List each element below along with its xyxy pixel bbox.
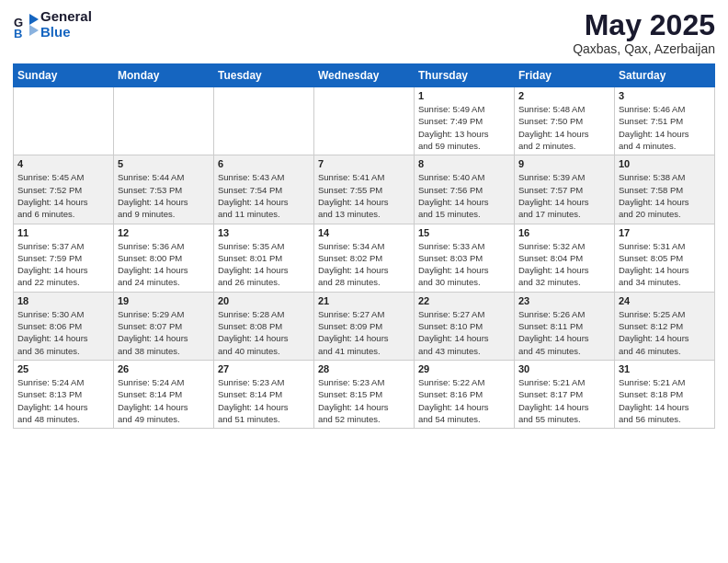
day-number: 21: [318, 295, 410, 306]
day-number: 18: [17, 295, 109, 306]
weekday-header: Wednesday: [314, 64, 415, 87]
day-info: Sunrise: 5:26 AMSunset: 8:11 PMDaylight:…: [518, 308, 610, 357]
calendar: SundayMondayTuesdayWednesdayThursdayFrid…: [13, 63, 715, 429]
day-info: Sunrise: 5:46 AMSunset: 7:51 PMDaylight:…: [619, 103, 711, 152]
day-info: Sunrise: 5:32 AMSunset: 8:04 PMDaylight:…: [518, 240, 610, 289]
day-info: Sunrise: 5:21 AMSunset: 8:18 PMDaylight:…: [619, 376, 711, 425]
day-info: Sunrise: 5:49 AMSunset: 7:49 PMDaylight:…: [418, 103, 510, 152]
day-number: 4: [17, 158, 109, 169]
calendar-cell: 6Sunrise: 5:43 AMSunset: 7:54 PMDaylight…: [214, 155, 314, 224]
weekday-header: Sunday: [14, 64, 114, 87]
weekday-header: Saturday: [615, 64, 715, 87]
calendar-cell: 1Sunrise: 5:49 AMSunset: 7:49 PMDaylight…: [415, 87, 515, 155]
calendar-cell: 2Sunrise: 5:48 AMSunset: 7:50 PMDaylight…: [515, 87, 615, 155]
day-info: Sunrise: 5:31 AMSunset: 8:05 PMDaylight:…: [619, 240, 711, 289]
calendar-cell: 26Sunrise: 5:24 AMSunset: 8:14 PMDayligh…: [114, 360, 214, 428]
calendar-cell: 16Sunrise: 5:32 AMSunset: 8:04 PMDayligh…: [515, 224, 615, 292]
day-number: 15: [418, 227, 510, 238]
calendar-cell: 3Sunrise: 5:46 AMSunset: 7:51 PMDaylight…: [615, 87, 715, 155]
calendar-cell: 22Sunrise: 5:27 AMSunset: 8:10 PMDayligh…: [415, 292, 515, 360]
day-info: Sunrise: 5:40 AMSunset: 7:56 PMDaylight:…: [418, 171, 510, 220]
day-info: Sunrise: 5:23 AMSunset: 8:14 PMDaylight:…: [218, 376, 310, 425]
day-number: 30: [518, 363, 610, 374]
day-number: 6: [218, 158, 310, 169]
day-number: 5: [118, 158, 210, 169]
title-block: May 2025 Qaxbas, Qax, Azerbaijan: [573, 9, 715, 56]
day-number: 25: [17, 363, 109, 374]
calendar-body: 1Sunrise: 5:49 AMSunset: 7:49 PMDaylight…: [14, 87, 715, 429]
calendar-cell: 12Sunrise: 5:36 AMSunset: 8:00 PMDayligh…: [114, 224, 214, 292]
day-info: Sunrise: 5:28 AMSunset: 8:08 PMDaylight:…: [218, 308, 310, 357]
svg-text:B: B: [14, 27, 22, 38]
logo: G B General Blue: [13, 9, 92, 40]
calendar-cell: 21Sunrise: 5:27 AMSunset: 8:09 PMDayligh…: [314, 292, 415, 360]
day-info: Sunrise: 5:25 AMSunset: 8:12 PMDaylight:…: [619, 308, 711, 357]
calendar-header-row: SundayMondayTuesdayWednesdayThursdayFrid…: [14, 64, 715, 87]
day-number: 1: [418, 90, 510, 101]
calendar-cell: 20Sunrise: 5:28 AMSunset: 8:08 PMDayligh…: [214, 292, 314, 360]
day-info: Sunrise: 5:33 AMSunset: 8:03 PMDaylight:…: [418, 240, 510, 289]
day-number: 22: [418, 295, 510, 306]
calendar-cell: [14, 87, 114, 155]
calendar-cell: 24Sunrise: 5:25 AMSunset: 8:12 PMDayligh…: [615, 292, 715, 360]
day-number: 16: [518, 227, 610, 238]
day-number: 7: [318, 158, 410, 169]
calendar-cell: 9Sunrise: 5:39 AMSunset: 7:57 PMDaylight…: [515, 155, 615, 224]
calendar-cell: 17Sunrise: 5:31 AMSunset: 8:05 PMDayligh…: [615, 224, 715, 292]
day-number: 17: [619, 227, 711, 238]
day-number: 10: [619, 158, 711, 169]
weekday-header: Thursday: [415, 64, 515, 87]
day-info: Sunrise: 5:35 AMSunset: 8:01 PMDaylight:…: [218, 240, 310, 289]
header: G B General Blue May 2025 Qaxbas, Qax, A…: [13, 9, 715, 56]
day-number: 8: [418, 158, 510, 169]
calendar-week-row: 11Sunrise: 5:37 AMSunset: 7:59 PMDayligh…: [14, 224, 715, 292]
day-number: 3: [619, 90, 711, 101]
calendar-cell: 5Sunrise: 5:44 AMSunset: 7:53 PMDaylight…: [114, 155, 214, 224]
calendar-cell: [214, 87, 314, 155]
weekday-header: Monday: [114, 64, 214, 87]
day-info: Sunrise: 5:45 AMSunset: 7:52 PMDaylight:…: [17, 171, 109, 220]
calendar-cell: 29Sunrise: 5:22 AMSunset: 8:16 PMDayligh…: [415, 360, 515, 428]
day-info: Sunrise: 5:38 AMSunset: 7:58 PMDaylight:…: [619, 171, 711, 220]
day-info: Sunrise: 5:24 AMSunset: 8:13 PMDaylight:…: [17, 376, 109, 425]
calendar-week-row: 25Sunrise: 5:24 AMSunset: 8:13 PMDayligh…: [14, 360, 715, 428]
day-info: Sunrise: 5:36 AMSunset: 8:00 PMDaylight:…: [118, 240, 210, 289]
day-number: 27: [218, 363, 310, 374]
day-info: Sunrise: 5:21 AMSunset: 8:17 PMDaylight:…: [518, 376, 610, 425]
calendar-cell: 18Sunrise: 5:30 AMSunset: 8:06 PMDayligh…: [14, 292, 114, 360]
calendar-cell: 28Sunrise: 5:23 AMSunset: 8:15 PMDayligh…: [314, 360, 415, 428]
day-info: Sunrise: 5:24 AMSunset: 8:14 PMDaylight:…: [118, 376, 210, 425]
day-number: 23: [518, 295, 610, 306]
calendar-cell: 14Sunrise: 5:34 AMSunset: 8:02 PMDayligh…: [314, 224, 415, 292]
day-info: Sunrise: 5:44 AMSunset: 7:53 PMDaylight:…: [118, 171, 210, 220]
calendar-cell: 19Sunrise: 5:29 AMSunset: 8:07 PMDayligh…: [114, 292, 214, 360]
day-info: Sunrise: 5:43 AMSunset: 7:54 PMDaylight:…: [218, 171, 310, 220]
day-number: 26: [118, 363, 210, 374]
day-info: Sunrise: 5:29 AMSunset: 8:07 PMDaylight:…: [118, 308, 210, 357]
calendar-week-row: 1Sunrise: 5:49 AMSunset: 7:49 PMDaylight…: [14, 87, 715, 155]
calendar-cell: 27Sunrise: 5:23 AMSunset: 8:14 PMDayligh…: [214, 360, 314, 428]
day-info: Sunrise: 5:30 AMSunset: 8:06 PMDaylight:…: [17, 308, 109, 357]
calendar-week-row: 4Sunrise: 5:45 AMSunset: 7:52 PMDaylight…: [14, 155, 715, 224]
day-number: 31: [619, 363, 711, 374]
calendar-cell: 8Sunrise: 5:40 AMSunset: 7:56 PMDaylight…: [415, 155, 515, 224]
logo-general: General: [40, 9, 92, 25]
day-number: 2: [518, 90, 610, 101]
calendar-cell: 11Sunrise: 5:37 AMSunset: 7:59 PMDayligh…: [14, 224, 114, 292]
day-info: Sunrise: 5:23 AMSunset: 8:15 PMDaylight:…: [318, 376, 410, 425]
day-info: Sunrise: 5:27 AMSunset: 8:10 PMDaylight:…: [418, 308, 510, 357]
day-number: 14: [318, 227, 410, 238]
day-number: 24: [619, 295, 711, 306]
month-title: May 2025: [573, 9, 715, 41]
calendar-cell: 13Sunrise: 5:35 AMSunset: 8:01 PMDayligh…: [214, 224, 314, 292]
day-number: 28: [318, 363, 410, 374]
day-info: Sunrise: 5:37 AMSunset: 7:59 PMDaylight:…: [17, 240, 109, 289]
calendar-cell: 15Sunrise: 5:33 AMSunset: 8:03 PMDayligh…: [415, 224, 515, 292]
calendar-cell: 25Sunrise: 5:24 AMSunset: 8:13 PMDayligh…: [14, 360, 114, 428]
calendar-cell: 30Sunrise: 5:21 AMSunset: 8:17 PMDayligh…: [515, 360, 615, 428]
calendar-cell: 10Sunrise: 5:38 AMSunset: 7:58 PMDayligh…: [615, 155, 715, 224]
calendar-cell: 31Sunrise: 5:21 AMSunset: 8:18 PMDayligh…: [615, 360, 715, 428]
day-info: Sunrise: 5:39 AMSunset: 7:57 PMDaylight:…: [518, 171, 610, 220]
day-info: Sunrise: 5:48 AMSunset: 7:50 PMDaylight:…: [518, 103, 610, 152]
location: Qaxbas, Qax, Azerbaijan: [573, 41, 715, 56]
